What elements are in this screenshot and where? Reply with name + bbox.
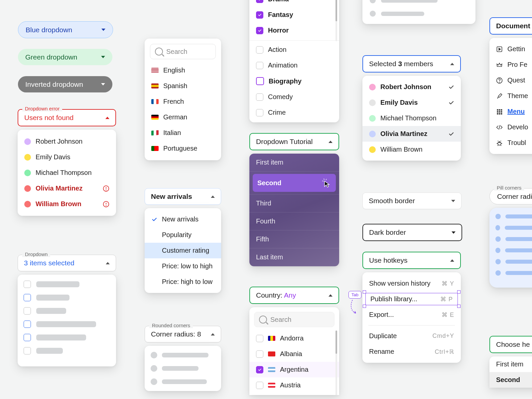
user-item[interactable]: Emily Davis xyxy=(18,149,116,165)
language-item[interactable]: Spanish xyxy=(145,78,221,94)
sort-option[interactable]: New arrivals xyxy=(145,211,221,227)
checkbox[interactable] xyxy=(256,27,263,34)
tutorial-trigger[interactable]: Dropdown Tutorial xyxy=(249,133,339,150)
checkbox[interactable] xyxy=(256,77,264,85)
svg-line-7 xyxy=(326,179,327,180)
member-item[interactable]: Michael Thompson xyxy=(362,110,461,126)
choose-list: First item Second xyxy=(489,356,532,388)
hotkey-item[interactable]: Show version history ⌘ Y xyxy=(362,276,461,291)
user-item[interactable]: Michael Thompson xyxy=(18,165,116,181)
sort-option[interactable]: Price: low to high xyxy=(145,258,221,274)
checkbox[interactable] xyxy=(256,0,263,3)
check-icon xyxy=(448,100,454,106)
sort-option[interactable]: Popularity xyxy=(145,227,221,243)
member-item[interactable]: Robert Johnson xyxy=(362,79,461,95)
genre-item[interactable]: Animation xyxy=(249,58,339,73)
checkbox[interactable] xyxy=(256,335,263,342)
svg-rect-14 xyxy=(501,109,502,110)
user-item[interactable]: Robert Johnson xyxy=(18,134,116,149)
docs-item[interactable]: Quest xyxy=(489,72,532,88)
corner-radius-trigger[interactable]: Corner radius: 8 xyxy=(145,326,221,342)
dark-border-select[interactable]: Dark border xyxy=(362,224,462,241)
documentation-trigger[interactable]: Document xyxy=(489,17,532,35)
language-item[interactable]: Portuguese xyxy=(145,141,221,156)
checkbox[interactable] xyxy=(256,350,263,358)
sort-trigger[interactable]: New arrivals xyxy=(145,188,221,205)
checkbox[interactable] xyxy=(256,46,263,54)
member-item[interactable]: Olivia Martinez xyxy=(362,126,461,142)
checkbox[interactable] xyxy=(24,294,31,301)
checkbox[interactable] xyxy=(24,321,31,328)
docs-item[interactable]: Develo xyxy=(489,119,532,135)
tutorial-item[interactable]: Second xyxy=(249,172,339,195)
country-item[interactable]: Austria xyxy=(249,377,339,393)
user-item[interactable]: Olivia Martinez xyxy=(18,181,116,196)
user-item[interactable]: William Brown xyxy=(18,196,116,212)
list-item[interactable]: Second xyxy=(489,372,532,388)
country-item[interactable]: Andorra xyxy=(249,331,339,346)
bug-icon xyxy=(496,140,503,146)
checkbox[interactable] xyxy=(256,382,263,389)
members-trigger[interactable]: Selected 3 members xyxy=(362,55,461,72)
language-item[interactable]: French xyxy=(145,94,221,109)
tutorial-item[interactable]: First item xyxy=(249,154,339,172)
checkbox[interactable] xyxy=(256,93,263,101)
hotkey-item[interactable]: Duplicate Cmd+Y xyxy=(362,328,461,344)
docs-item[interactable]: Menu xyxy=(489,104,532,119)
checkbox[interactable] xyxy=(24,334,31,341)
tutorial-item[interactable]: Fourth xyxy=(249,212,339,230)
smooth-border-select[interactable]: Smooth border xyxy=(362,193,462,209)
checkbox[interactable] xyxy=(256,62,263,69)
genre-item[interactable]: Horror xyxy=(249,23,339,38)
checkbox[interactable] xyxy=(256,11,263,19)
checkbox[interactable] xyxy=(24,347,31,354)
checkbox[interactable] xyxy=(256,109,263,116)
check-icon xyxy=(151,216,157,222)
genre-item[interactable]: Crime xyxy=(249,105,339,120)
tutorial-item[interactable]: Fifth xyxy=(249,230,339,248)
genre-item[interactable]: Action xyxy=(249,40,339,58)
chevron-up-icon xyxy=(105,117,109,119)
genre-item[interactable]: Biography xyxy=(249,73,339,89)
genre-item[interactable]: Comedy xyxy=(249,89,339,105)
member-item[interactable]: Emily Davis xyxy=(362,95,461,110)
users-dropdown-trigger[interactable]: Users not found xyxy=(18,109,116,126)
inverted-dropdown-pill[interactable]: Inverted dropdown xyxy=(18,76,112,92)
tutorial-item[interactable]: Third xyxy=(249,195,339,212)
corner-radius-pill[interactable]: Corner radi xyxy=(489,188,532,204)
checkbox[interactable] xyxy=(24,281,31,288)
list-item[interactable]: First item xyxy=(489,356,532,372)
language-item[interactable]: German xyxy=(145,109,221,125)
sort-option[interactable]: Price: high to low xyxy=(145,274,221,290)
checkbox[interactable] xyxy=(24,307,31,315)
hotkey-item[interactable]: Export... ⌘ E xyxy=(362,307,461,323)
genre-item[interactable]: Fantasy xyxy=(249,7,339,23)
items-selected-trigger[interactable]: 3 items selected xyxy=(18,255,116,271)
choose-trigger[interactable]: Choose he xyxy=(489,336,532,353)
checkbox[interactable] xyxy=(256,366,263,373)
check-icon xyxy=(448,84,454,90)
hotkeys-trigger[interactable]: Use hotkeys xyxy=(362,252,461,269)
member-item[interactable]: William Brown xyxy=(362,142,461,157)
language-item[interactable]: Italian xyxy=(145,125,221,141)
docs-item[interactable]: Gettin xyxy=(489,41,532,57)
docs-item[interactable]: Pro Fe xyxy=(489,57,532,72)
language-item[interactable]: English xyxy=(145,63,221,78)
search-input[interactable]: Search xyxy=(150,44,216,59)
svg-rect-15 xyxy=(497,111,498,112)
hotkey-item[interactable]: Rename Ctrl+ℝ xyxy=(362,344,461,359)
country-trigger[interactable]: Country: Any xyxy=(249,287,339,304)
hotkey-item[interactable]: Publish library... ⌘ P xyxy=(364,291,460,307)
sort-option[interactable]: Customer rating xyxy=(145,243,221,258)
docs-item[interactable]: Troubl xyxy=(489,135,532,151)
blue-dropdown-pill[interactable]: Blue dropdown xyxy=(18,21,113,38)
genre-item[interactable]: Drama xyxy=(249,0,339,7)
country-search-input[interactable]: Search xyxy=(254,312,334,327)
user-name: Robert Johnson xyxy=(36,138,82,145)
skeleton-bar xyxy=(505,237,532,241)
green-dropdown-pill[interactable]: Green dropdown xyxy=(18,49,112,65)
country-item[interactable]: Argentina xyxy=(249,362,339,377)
tutorial-item[interactable]: Last item xyxy=(249,248,339,266)
country-item[interactable]: Albania xyxy=(249,346,339,362)
docs-item[interactable]: Theme xyxy=(489,88,532,104)
